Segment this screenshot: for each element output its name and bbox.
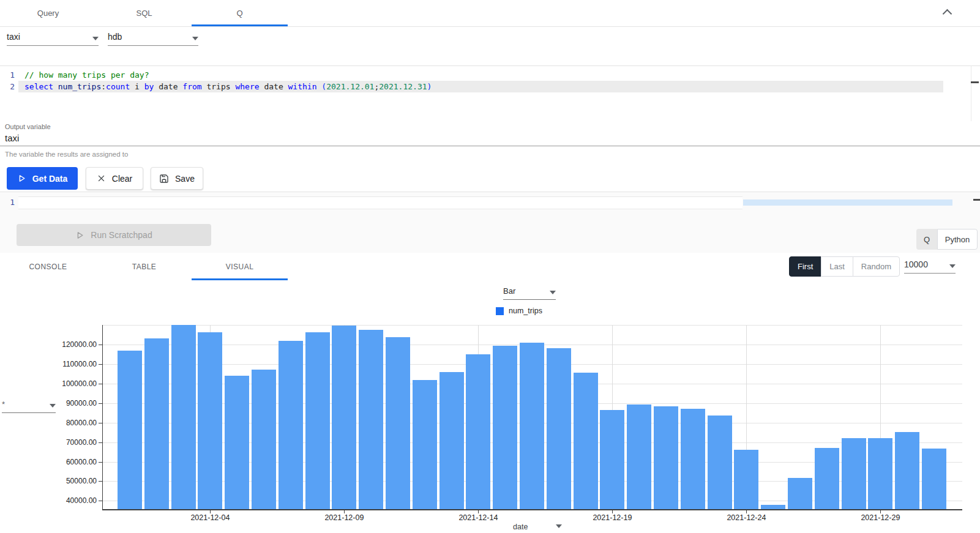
chart-bar[interactable] bbox=[440, 372, 464, 509]
x-tick-label: 2021-12-09 bbox=[313, 513, 375, 522]
line-number: 2 bbox=[0, 81, 15, 92]
chart-bar[interactable] bbox=[922, 449, 946, 509]
chart-bar[interactable] bbox=[386, 337, 410, 509]
chevron-down-icon[interactable] bbox=[550, 291, 556, 294]
sample-last-button[interactable]: Last bbox=[821, 256, 853, 277]
save-button[interactable]: Save bbox=[151, 167, 203, 190]
chevron-down-icon[interactable] bbox=[92, 37, 99, 40]
series-select-value: * bbox=[2, 400, 5, 409]
chart-bar[interactable] bbox=[198, 332, 222, 509]
chart-bar[interactable] bbox=[761, 505, 785, 509]
y-tick-label: 90000.00 bbox=[24, 399, 97, 408]
chart-bar[interactable] bbox=[520, 343, 544, 509]
chart-bar[interactable] bbox=[574, 373, 598, 509]
chart-bar[interactable] bbox=[279, 341, 303, 509]
y-tick-label: 100000.00 bbox=[24, 379, 97, 388]
toggle-python[interactable]: Python bbox=[937, 229, 978, 250]
save-icon bbox=[159, 174, 169, 184]
close-icon bbox=[97, 174, 106, 183]
play-icon bbox=[17, 174, 26, 183]
scratchpad-editor[interactable] bbox=[18, 196, 742, 209]
chevron-down-icon[interactable] bbox=[192, 37, 198, 40]
scratchpad-line-number: 1 bbox=[0, 196, 15, 208]
x-axis-line bbox=[102, 509, 963, 510]
run-scratchpad-button[interactable]: Run Scratchpad bbox=[17, 224, 211, 246]
clear-button[interactable]: Clear bbox=[86, 167, 143, 190]
x-axis-field-select[interactable]: date bbox=[513, 523, 562, 531]
clear-label: Clear bbox=[112, 174, 132, 184]
tab-visual[interactable]: VISUAL bbox=[192, 253, 288, 280]
y-tick-label: 110000.00 bbox=[24, 360, 97, 368]
scratchpad-selection-highlight bbox=[743, 199, 952, 206]
scratchpad-scrollbar-marker[interactable] bbox=[973, 199, 980, 201]
output-variable-input[interactable]: taxi bbox=[5, 133, 19, 143]
output-table-value: taxi bbox=[7, 32, 20, 42]
collapse-panel-button[interactable] bbox=[941, 7, 953, 20]
get-data-button[interactable]: Get Data bbox=[7, 167, 78, 190]
chart-bar[interactable] bbox=[547, 348, 571, 509]
code-line[interactable]: 2select num_trips:count i by date from t… bbox=[0, 81, 971, 92]
active-tab-indicator bbox=[192, 24, 288, 26]
sample-mode-group: First Last Random bbox=[789, 256, 900, 277]
save-label: Save bbox=[175, 174, 195, 184]
chart-bar[interactable] bbox=[734, 450, 758, 509]
chart-bar[interactable] bbox=[681, 409, 705, 509]
chevron-down-icon[interactable] bbox=[556, 524, 562, 528]
output-variable-label: Output variable bbox=[5, 123, 51, 130]
tab-console[interactable]: CONSOLE bbox=[0, 253, 96, 280]
results-tabbar: CONSOLE TABLE VISUAL First Last Random 1… bbox=[0, 253, 980, 281]
x-tick-label: 2021-12-24 bbox=[716, 513, 777, 522]
chart-bar[interactable] bbox=[815, 448, 839, 509]
query-mode-tabbar: Query SQL Q bbox=[0, 0, 980, 27]
chart-bar[interactable] bbox=[627, 404, 651, 509]
y-tick-label: 80000.00 bbox=[24, 419, 97, 427]
y-tick-label: 40000.00 bbox=[24, 496, 97, 505]
query-workbench: Query SQL Q taxi hdb 1// how many trips … bbox=[0, 0, 980, 533]
chart-bar[interactable] bbox=[144, 338, 169, 509]
chart-bar[interactable] bbox=[895, 432, 919, 509]
scratchpad-panel: 1 Run Scratchpad Q Python bbox=[0, 192, 980, 254]
chevron-down-icon[interactable] bbox=[949, 264, 956, 268]
tab-sql[interactable]: SQL bbox=[96, 0, 192, 26]
chart-legend[interactable]: num_trips bbox=[496, 307, 542, 315]
row-limit-value: 10000 bbox=[904, 259, 928, 269]
sample-first-button[interactable]: First bbox=[789, 256, 821, 277]
code-line[interactable]: 1// how many trips per day? bbox=[0, 69, 971, 81]
chart-bar[interactable] bbox=[359, 330, 383, 509]
chart-bar[interactable] bbox=[842, 438, 866, 509]
database-select[interactable]: hdb bbox=[108, 32, 198, 46]
code-text: select num_trips:count i by date from tr… bbox=[24, 81, 432, 92]
tab-table[interactable]: TABLE bbox=[96, 253, 192, 280]
chart-bar[interactable] bbox=[868, 438, 892, 509]
y-tick-label: 60000.00 bbox=[24, 458, 97, 466]
chart-bar[interactable] bbox=[708, 416, 732, 509]
y-tick-label: 70000.00 bbox=[24, 438, 97, 447]
input-underline bbox=[0, 146, 980, 146]
editor-scrollbar[interactable] bbox=[971, 65, 980, 121]
database-value: hdb bbox=[108, 32, 122, 42]
sample-random-button[interactable]: Random bbox=[853, 256, 900, 277]
chart-bar[interactable] bbox=[654, 406, 678, 509]
tab-q[interactable]: Q bbox=[192, 0, 288, 26]
chart-bar[interactable] bbox=[466, 354, 490, 509]
chart-bar[interactable] bbox=[225, 376, 249, 509]
chart-bar[interactable] bbox=[305, 332, 330, 509]
chart-bar[interactable] bbox=[413, 380, 437, 509]
get-data-label: Get Data bbox=[32, 174, 68, 184]
toggle-q[interactable]: Q bbox=[916, 229, 937, 250]
chart-type-select[interactable]: Bar bbox=[503, 286, 556, 300]
q-code-editor[interactable]: 1// how many trips per day?2select num_t… bbox=[0, 65, 980, 122]
chart-bar[interactable] bbox=[332, 326, 356, 509]
code-lines: 1// how many trips per day?2select num_t… bbox=[0, 69, 971, 92]
tab-query[interactable]: Query bbox=[0, 0, 96, 26]
chart-bar[interactable] bbox=[118, 351, 142, 509]
x-tick-label: 2021-12-04 bbox=[179, 513, 241, 522]
row-limit-select[interactable]: 10000 bbox=[904, 259, 956, 274]
chart-bar[interactable] bbox=[171, 325, 196, 509]
chart-bar[interactable] bbox=[252, 370, 276, 509]
chart-bar[interactable] bbox=[600, 410, 624, 509]
chart-panel: Bar num_trips * date 40000.0050000.00600… bbox=[0, 280, 980, 533]
chart-bar[interactable] bbox=[493, 346, 517, 509]
output-table-select[interactable]: taxi bbox=[7, 32, 99, 46]
chart-bar[interactable] bbox=[788, 478, 812, 509]
